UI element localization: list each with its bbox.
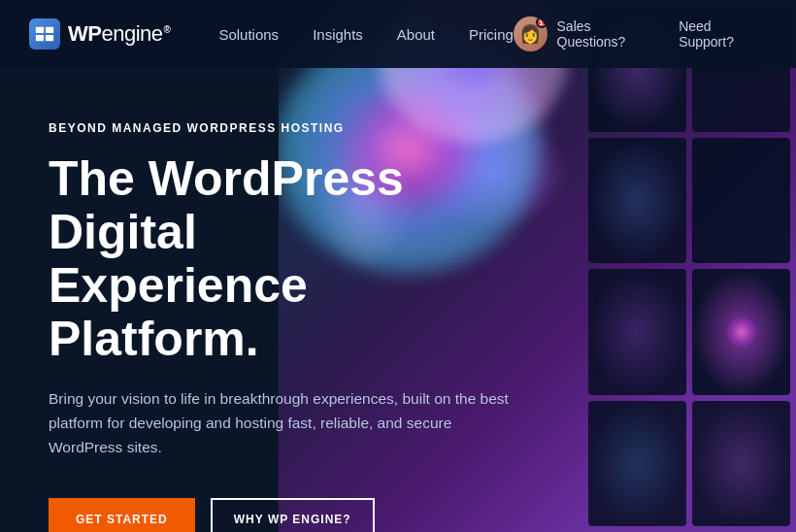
logo-trademark: ® [164,24,171,35]
logo-icon [29,18,60,50]
hero-subtitle: Bring your vision to life in breakthroug… [49,387,514,459]
panel-cell-6 [692,269,790,395]
hero-content: BEYOND MANAGED WORDPRESS HOSTING The Wor… [0,68,563,532]
svg-rect-1 [46,27,53,33]
why-wpe-button[interactable]: WHY WP ENGINE? [211,498,375,532]
need-support-link[interactable]: Need Support? [679,18,767,50]
panel-cell-7 [588,401,686,527]
hero-title-line1: The WordPress Digital [49,151,404,259]
navbar: WPengine® Solutions Insights About Prici… [0,0,796,68]
cta-buttons: GET STARTED WHY WP ENGINE? [49,498,514,532]
logo-engine: engine [101,21,162,46]
svg-rect-0 [36,27,44,33]
svg-rect-3 [46,35,53,41]
hero-title: The WordPress Digital Experience Platfor… [49,152,514,366]
logo[interactable]: WPengine® [29,18,170,50]
panel-cell-4 [692,138,790,264]
wp-icon [34,23,55,45]
avatar-badge: 1 [536,17,547,28]
nav-right: 👩 1 Sales Questions? Need Support? [514,17,767,51]
nav-insights[interactable]: Insights [313,26,363,43]
logo-text: WPengine® [68,21,170,47]
hero-title-line2: Experience Platform. [49,258,308,366]
avatar[interactable]: 👩 1 [514,17,547,51]
logo-wp: WP [68,21,101,46]
nav-solutions[interactable]: Solutions [218,26,279,43]
nav-pricing[interactable]: Pricing [469,26,514,43]
sales-questions-link[interactable]: Sales Questions? [557,18,660,50]
nav-links: Solutions Insights About Pricing [218,26,513,43]
panel-cell-5 [588,269,686,395]
svg-rect-2 [36,35,44,41]
panel-cell-3 [588,138,686,264]
get-started-button[interactable]: GET STARTED [49,498,195,532]
grid-panels [582,0,796,532]
hero-eyebrow: BEYOND MANAGED WORDPRESS HOSTING [49,121,514,135]
nav-about[interactable]: About [397,26,435,43]
panel-circle [727,317,756,347]
panel-cell-8 [692,401,790,527]
